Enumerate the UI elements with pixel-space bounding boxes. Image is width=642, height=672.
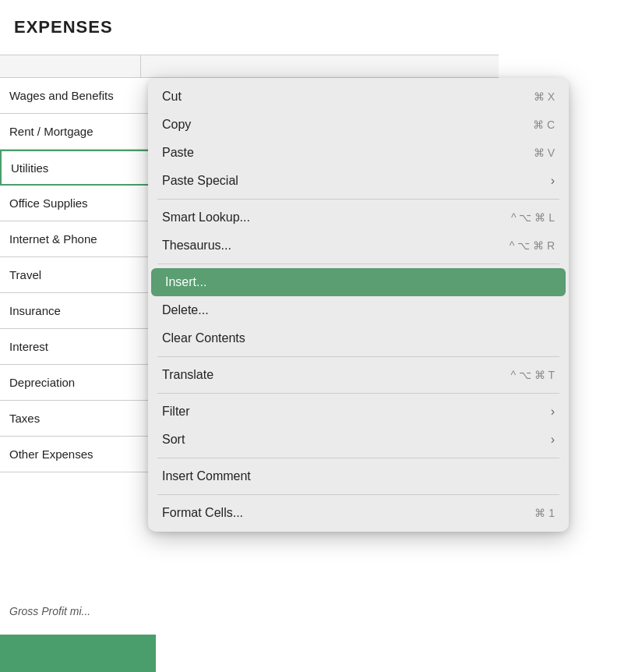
- menu-item-format-cells[interactable]: Format Cells...⌘ 1: [148, 499, 569, 527]
- keyboard-shortcut: ^ ⌥ ⌘ R: [510, 239, 555, 252]
- menu-item-smart-lookup[interactable]: Smart Lookup...^ ⌥ ⌘ L: [148, 203, 569, 232]
- grid-row[interactable]: Insurance: [0, 293, 156, 329]
- menu-item-label: Paste: [162, 146, 194, 160]
- menu-item-label: Copy: [162, 118, 191, 132]
- menu-item-cut[interactable]: Cut⌘ X: [148, 83, 569, 111]
- menu-item-insert-comment[interactable]: Insert Comment: [148, 462, 569, 490]
- green-bar: [0, 635, 156, 672]
- keyboard-shortcut: ^ ⌥ ⌘ L: [511, 211, 555, 224]
- grid-row[interactable]: Other Expenses: [0, 437, 156, 472]
- grid-row[interactable]: Rent / Mortgage: [0, 114, 156, 150]
- menu-item-label: Delete...: [162, 303, 209, 317]
- bottom-label: Gross Profit mi...: [0, 597, 156, 625]
- menu-item-label: Sort: [162, 433, 185, 447]
- grid-row[interactable]: Internet & Phone: [0, 221, 156, 257]
- expenses-title: EXPENSES: [14, 17, 113, 37]
- keyboard-shortcut: ⌘ V: [534, 147, 555, 159]
- grid-row[interactable]: Utilities: [0, 150, 156, 186]
- menu-item-label: Clear Contents: [162, 331, 245, 345]
- menu-divider: [157, 458, 559, 458]
- submenu-arrow-icon: ›: [551, 405, 555, 419]
- submenu-arrow-icon: ›: [551, 433, 555, 447]
- menu-item-label: Smart Lookup...: [162, 210, 250, 225]
- menu-item-paste-special[interactable]: Paste Special›: [148, 167, 569, 195]
- grid-area: Wages and BenefitsRent / MortgageUtiliti…: [0, 55, 156, 672]
- menu-divider: [157, 199, 559, 200]
- menu-divider: [157, 393, 559, 394]
- menu-item-thesaurus[interactable]: Thesaurus...^ ⌥ ⌘ R: [148, 232, 569, 260]
- menu-item-label: Insert Comment: [162, 469, 251, 483]
- menu-item-filter[interactable]: Filter›: [148, 398, 569, 426]
- menu-item-paste[interactable]: Paste⌘ V: [148, 139, 569, 167]
- menu-item-insert[interactable]: Insert...: [151, 268, 566, 296]
- submenu-arrow-icon: ›: [551, 174, 555, 188]
- menu-item-label: Thesaurus...: [162, 239, 231, 253]
- menu-item-delete[interactable]: Delete...: [148, 296, 569, 324]
- grid-row[interactable]: Office Supplies: [0, 186, 156, 221]
- grid-column-header: [140, 55, 499, 78]
- menu-divider: [157, 494, 559, 495]
- grid-row[interactable]: Taxes: [0, 401, 156, 437]
- keyboard-shortcut: ^ ⌥ ⌘ T: [510, 369, 555, 381]
- keyboard-shortcut: ⌘ 1: [534, 507, 555, 519]
- menu-item-label: Insert...: [165, 275, 206, 289]
- menu-item-label: Paste Special: [162, 174, 238, 188]
- grid-header: [0, 55, 156, 78]
- grid-row[interactable]: Depreciation: [0, 365, 156, 401]
- menu-divider: [157, 263, 559, 264]
- menu-item-clear-contents[interactable]: Clear Contents: [148, 324, 569, 352]
- grid-row[interactable]: Interest: [0, 329, 156, 365]
- keyboard-shortcut: ⌘ X: [534, 90, 555, 103]
- menu-item-label: Filter: [162, 405, 190, 419]
- menu-item-sort[interactable]: Sort›: [148, 426, 569, 454]
- menu-item-translate[interactable]: Translate^ ⌥ ⌘ T: [148, 361, 569, 389]
- menu-item-label: Cut: [162, 90, 182, 104]
- keyboard-shortcut: ⌘ C: [533, 118, 555, 131]
- menu-item-copy[interactable]: Copy⌘ C: [148, 111, 569, 139]
- menu-item-label: Translate: [162, 368, 213, 382]
- grid-row[interactable]: Wages and Benefits: [0, 78, 156, 114]
- grid-row[interactable]: Travel: [0, 257, 156, 293]
- menu-divider: [157, 356, 559, 357]
- menu-item-label: Format Cells...: [162, 506, 243, 520]
- context-menu: Cut⌘ XCopy⌘ CPaste⌘ VPaste Special›Smart…: [148, 78, 569, 532]
